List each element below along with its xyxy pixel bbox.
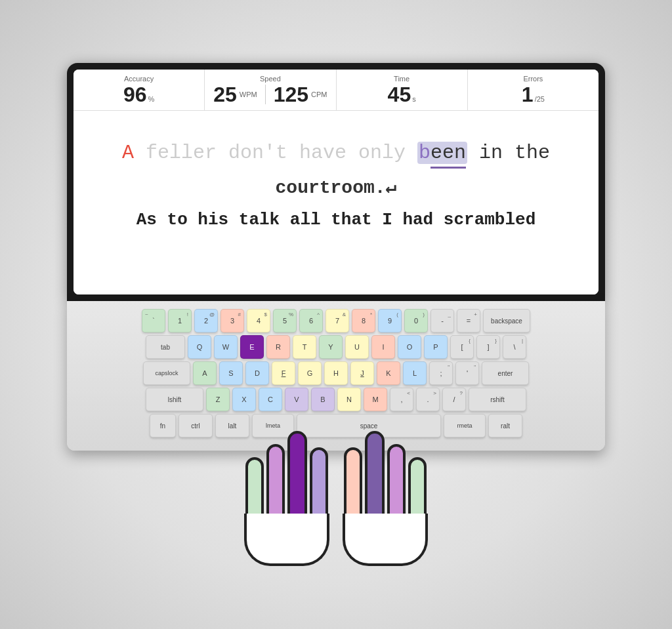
key-rbracket[interactable]: }] <box>476 335 500 359</box>
left-fingers <box>245 431 328 516</box>
time-value: 45 s <box>388 84 416 105</box>
key-6[interactable]: ^6 <box>299 309 323 333</box>
key-2[interactable]: @2 <box>194 309 218 333</box>
errors-number: 1 <box>522 84 534 105</box>
char-space1: feller don't have only <box>146 142 417 164</box>
screen-inner: Accuracy 96 % Speed 25 WPM 125 CPM <box>74 70 598 294</box>
time-unit: s <box>412 95 416 103</box>
time-stat: Time 45 s <box>337 70 468 110</box>
left-palm <box>244 514 329 566</box>
key-R[interactable]: R <box>266 335 290 359</box>
speed-value: 25 WPM 125 CPM <box>213 84 327 105</box>
cpm-number: 125 <box>274 84 308 105</box>
key-Q[interactable]: Q <box>188 335 211 359</box>
key-K[interactable]: K <box>377 361 400 385</box>
key-0[interactable]: )0 <box>404 309 428 333</box>
key-L[interactable]: L <box>403 361 427 385</box>
hands-container <box>244 431 428 566</box>
key-8[interactable]: *8 <box>352 309 375 333</box>
key-comma[interactable]: <, <box>390 388 413 411</box>
wpm-unit: WPM <box>240 91 257 98</box>
key-backspace[interactable]: backspace <box>483 309 530 333</box>
key-G[interactable]: G <box>298 361 322 385</box>
key-capslock[interactable]: capslock <box>143 361 190 385</box>
right-middle <box>365 431 385 516</box>
speed-stat: Speed 25 WPM 125 CPM <box>205 70 336 110</box>
key-N[interactable]: N <box>337 388 361 411</box>
key-Y[interactable]: Y <box>319 335 343 359</box>
key-backtick[interactable]: ~` <box>142 309 165 333</box>
left-hand <box>244 431 329 566</box>
right-ring <box>387 444 406 516</box>
key-V[interactable]: V <box>285 388 308 411</box>
key-lshift[interactable]: lshift <box>146 388 203 411</box>
key-ralt[interactable]: ralt <box>488 414 522 437</box>
key-4[interactable]: $4 <box>247 309 270 333</box>
key-S[interactable]: S <box>219 361 243 385</box>
right-palm <box>343 514 428 566</box>
right-index <box>344 447 362 516</box>
key-P[interactable]: P <box>424 335 448 359</box>
key-3[interactable]: #3 <box>220 309 244 333</box>
key-lbracket[interactable]: {[ <box>450 335 474 359</box>
key-7[interactable]: &7 <box>326 309 349 333</box>
key-T[interactable]: T <box>293 335 316 359</box>
key-slash[interactable]: ?/ <box>442 388 466 411</box>
char-A: A <box>122 142 134 164</box>
errors-unit: /25 <box>535 95 545 103</box>
key-E[interactable]: E <box>240 335 264 359</box>
key-backslash[interactable]: |\ <box>503 335 526 359</box>
key-B[interactable]: B <box>311 388 335 411</box>
errors-label: Errors <box>523 75 543 83</box>
char-b: b <box>419 142 430 164</box>
stats-bar: Accuracy 96 % Speed 25 WPM 125 CPM <box>74 70 598 111</box>
time-number: 45 <box>388 84 411 105</box>
key-Z[interactable]: Z <box>206 388 230 411</box>
speed-divider <box>265 85 266 104</box>
key-U[interactable]: U <box>345 335 369 359</box>
key-fn[interactable]: fn <box>150 414 176 437</box>
next-typing-line: As to his talk all that I had scrambled <box>113 210 559 230</box>
key-A[interactable]: A <box>193 361 217 385</box>
accuracy-value: 96 % <box>123 84 154 105</box>
key-quote[interactable]: "' <box>455 361 479 385</box>
key-1[interactable]: !1 <box>168 309 192 333</box>
key-minus[interactable]: _- <box>430 309 454 333</box>
left-pinky <box>245 457 264 516</box>
text-area: A feller don't have only been in the cou… <box>74 111 598 294</box>
key-equals[interactable]: += <box>457 309 480 333</box>
laptop-screen: Accuracy 96 % Speed 25 WPM 125 CPM <box>67 63 605 301</box>
char-een: een <box>430 137 466 169</box>
key-D[interactable]: D <box>245 361 269 385</box>
key-F[interactable]: F <box>272 361 295 385</box>
key-H[interactable]: H <box>324 361 348 385</box>
number-row: ~` !1 @2 #3 $4 %5 ^6 &7 *8 (9 )0 _- += b… <box>80 309 592 333</box>
char-been: been <box>417 142 467 164</box>
key-tab[interactable]: tab <box>146 335 185 359</box>
current-typing-line2: courtroom.↵ <box>113 174 559 203</box>
speed-label: Speed <box>260 75 281 83</box>
key-M[interactable]: M <box>364 388 387 411</box>
time-label: Time <box>394 75 410 83</box>
key-I[interactable]: I <box>371 335 395 359</box>
key-period[interactable]: >. <box>416 388 440 411</box>
key-J[interactable]: J <box>350 361 374 385</box>
key-enter[interactable]: enter <box>482 361 529 385</box>
qwerty-row: tab Q W E R T Y U I O P {[ }] |\ <box>80 335 592 359</box>
right-pinky <box>408 457 427 516</box>
key-semicolon[interactable]: "; <box>429 361 453 385</box>
accuracy-stat: Accuracy 96 % <box>74 70 205 110</box>
key-X[interactable]: X <box>232 388 256 411</box>
key-W[interactable]: W <box>214 335 238 359</box>
char-rest: in the <box>479 142 550 164</box>
right-fingers <box>344 431 427 516</box>
key-5[interactable]: %5 <box>273 309 297 333</box>
key-ctrl[interactable]: ctrl <box>178 414 213 437</box>
key-rshift[interactable]: rshift <box>469 388 526 411</box>
current-typing-line: A feller don't have only been in the <box>113 137 559 169</box>
key-C[interactable]: C <box>259 388 282 411</box>
accuracy-unit: % <box>148 95 155 103</box>
key-rmeta[interactable]: rmeta <box>444 414 486 437</box>
key-9[interactable]: (9 <box>378 309 402 333</box>
key-O[interactable]: O <box>398 335 421 359</box>
